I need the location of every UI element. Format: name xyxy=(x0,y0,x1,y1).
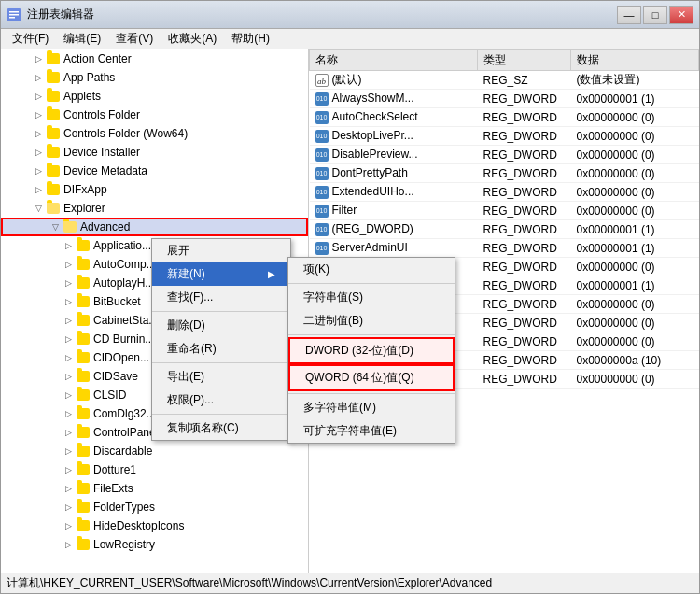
folder-icon xyxy=(46,107,61,122)
reg-type-icon: 010 xyxy=(315,92,329,106)
expander-icon: ▷ xyxy=(61,388,76,403)
menu-help[interactable]: 帮助(H) xyxy=(224,29,277,49)
reg-data-cell: 0x00000001 (1) xyxy=(571,276,699,295)
tree-item-controls-wow64[interactable]: ▷ Controls Folder (Wow64) xyxy=(1,124,308,143)
reg-name-cell: 010Filter xyxy=(310,202,478,220)
tree-item-app-paths[interactable]: ▷ App Paths xyxy=(1,68,308,87)
tree-item-device-installer[interactable]: ▷ Device Installer xyxy=(1,143,308,162)
submenu-item-dword[interactable]: DWORD (32-位)值(D) xyxy=(288,337,455,364)
folder-icon xyxy=(76,388,91,403)
ctx-expand[interactable]: 展开 xyxy=(152,239,290,262)
tree-item-device-metadata[interactable]: ▷ Device Metadata xyxy=(1,162,308,180)
tree-item-lowregistry[interactable]: ▷ LowRegistry xyxy=(1,535,308,554)
tree-item-fileexts[interactable]: ▷ FileExts xyxy=(1,479,308,498)
tree-item-discardable[interactable]: ▷ Discardable xyxy=(1,442,308,460)
table-row[interactable]: 010DesktopLivePr... REG_DWORD 0x00000000… xyxy=(310,127,699,146)
expander-icon: ▷ xyxy=(31,126,46,141)
tree-label: Advanced xyxy=(80,220,130,233)
table-row[interactable]: 010DisablePreview... REG_DWORD 0x0000000… xyxy=(310,146,699,164)
col-type-header[interactable]: 类型 xyxy=(478,50,571,71)
tree-item-difxapp[interactable]: ▷ DIFxApp xyxy=(1,180,308,199)
ctx-find[interactable]: 查找(F)... xyxy=(152,286,290,309)
submenu-item-2[interactable]: 二进制值(B) xyxy=(288,309,455,332)
reg-type-cell: REG_DWORD xyxy=(478,108,571,127)
table-row[interactable]: 010ExtendedUIHo... REG_DWORD 0x00000000 … xyxy=(310,183,699,202)
svg-rect-3 xyxy=(9,17,15,19)
ctx-separator-2 xyxy=(152,362,290,363)
tree-label: HideDesktopIcons xyxy=(93,519,184,532)
tree-item-explorer[interactable]: ▽ Explorer xyxy=(1,199,308,218)
table-row[interactable]: 010Filter REG_DWORD 0x00000000 (0) xyxy=(310,202,699,220)
submenu-item-1[interactable]: 字符串值(S) xyxy=(288,286,455,309)
folder-icon xyxy=(76,462,91,477)
status-text: 计算机\HKEY_CURRENT_USER\Software\Microsoft… xyxy=(7,575,492,591)
tree-item-hidedesktopicons[interactable]: ▷ HideDesktopIcons xyxy=(1,516,308,535)
app-icon xyxy=(7,7,21,22)
maximize-button[interactable]: □ xyxy=(643,6,667,24)
ctx-new[interactable]: 新建(N) ▶ xyxy=(152,262,290,286)
reg-type-icon: 010 xyxy=(315,111,329,124)
reg-type-icon: 010 xyxy=(315,242,329,255)
folder-icon xyxy=(76,257,91,272)
folder-icon xyxy=(76,369,91,384)
table-row[interactable]: 010(REG_DWORD) REG_DWORD 0x00000001 (1) xyxy=(310,220,699,239)
expander-icon: ▷ xyxy=(61,257,76,272)
reg-type-cell: REG_DWORD xyxy=(478,90,571,108)
tree-label: CIDSave xyxy=(93,370,138,383)
context-menu: 展开 新建(N) ▶ 查找(F)... 删除(D) 重命名(R) 导出(E) 权… xyxy=(151,238,291,441)
reg-type-icon: ab xyxy=(315,74,329,87)
folder-icon xyxy=(76,481,91,496)
menu-view[interactable]: 查看(V) xyxy=(108,29,161,49)
submenu-arrow-icon: ▶ xyxy=(268,269,275,279)
tree-item-foldertypes[interactable]: ▷ FolderTypes xyxy=(1,498,308,516)
col-data-header[interactable]: 数据 xyxy=(571,50,699,71)
ctx-rename[interactable]: 重命名(R) xyxy=(152,337,290,361)
tree-item-controls[interactable]: ▷ Controls Folder xyxy=(1,106,308,124)
expander-icon: ▷ xyxy=(61,276,76,290)
reg-type-cell: REG_DWORD xyxy=(478,314,571,332)
tree-label: Applicatio... xyxy=(93,239,151,252)
folder-icon xyxy=(46,89,61,104)
tree-item-action-center[interactable]: ▷ Action Center xyxy=(1,50,308,68)
tree-item-advanced[interactable]: ▽ Advanced xyxy=(1,218,308,236)
table-row[interactable]: ab(默认) REG_SZ (数值未设置) xyxy=(310,71,699,90)
expander-icon: ▷ xyxy=(61,369,76,384)
table-row[interactable]: 010AutoCheckSelect REG_DWORD 0x00000000 … xyxy=(310,108,699,127)
table-row[interactable]: 010ServerAdminUI REG_DWORD 0x00000001 (1… xyxy=(310,239,699,258)
ctx-permissions[interactable]: 权限(P)... xyxy=(152,389,290,412)
svg-rect-1 xyxy=(9,11,19,13)
minimize-button[interactable]: — xyxy=(617,6,641,24)
folder-icon xyxy=(46,51,61,66)
ctx-copy-name[interactable]: 复制项名称(C) xyxy=(152,417,290,440)
menu-file[interactable]: 文件(F) xyxy=(5,29,56,49)
tree-item-applets[interactable]: ▷ Applets xyxy=(1,87,308,106)
menu-bar: 文件(F) 编辑(E) 查看(V) 收藏夹(A) 帮助(H) xyxy=(1,29,699,50)
col-name-header[interactable]: 名称 xyxy=(310,50,478,71)
menu-favorites[interactable]: 收藏夹(A) xyxy=(161,29,224,49)
tree-label: LowRegistry xyxy=(93,538,155,551)
folder-icon xyxy=(46,70,61,85)
folder-icon xyxy=(76,537,91,552)
reg-data-cell: 0x00000000 (0) xyxy=(571,295,699,314)
reg-type-cell: REG_DWORD xyxy=(478,202,571,220)
window-title: 注册表编辑器 xyxy=(27,7,617,22)
submenu-item-multi[interactable]: 多字符串值(M) xyxy=(288,396,455,419)
table-row[interactable]: 010AlwaysShowM... REG_DWORD 0x00000001 (… xyxy=(310,90,699,108)
ctx-export[interactable]: 导出(E) xyxy=(152,365,290,389)
menu-edit[interactable]: 编辑(E) xyxy=(56,29,108,49)
registry-editor-window: 注册表编辑器 — □ ✕ 文件(F) 编辑(E) 查看(V) 收藏夹(A) 帮助… xyxy=(0,0,700,594)
tree-item-dotture1[interactable]: ▷ Dotture1 xyxy=(1,460,308,479)
folder-icon xyxy=(76,294,91,309)
expander-icon: ▷ xyxy=(61,350,76,365)
table-row[interactable]: 010DontPrettyPath REG_DWORD 0x00000000 (… xyxy=(310,164,699,183)
submenu-item-qword[interactable]: QWORD (64 位)值(Q) xyxy=(288,364,455,391)
submenu-item-expand[interactable]: 可扩充字符串值(E) xyxy=(288,419,455,443)
sub-separator-1 xyxy=(288,283,455,284)
close-button[interactable]: ✕ xyxy=(669,6,693,24)
submenu-item-0[interactable]: 项(K) xyxy=(288,258,455,281)
reg-type-icon: 010 xyxy=(315,167,329,180)
folder-icon xyxy=(76,518,91,533)
ctx-delete[interactable]: 删除(D) xyxy=(152,314,290,337)
tree-label: ComDlg32... xyxy=(93,407,156,420)
tree-label: FolderTypes xyxy=(93,501,155,514)
